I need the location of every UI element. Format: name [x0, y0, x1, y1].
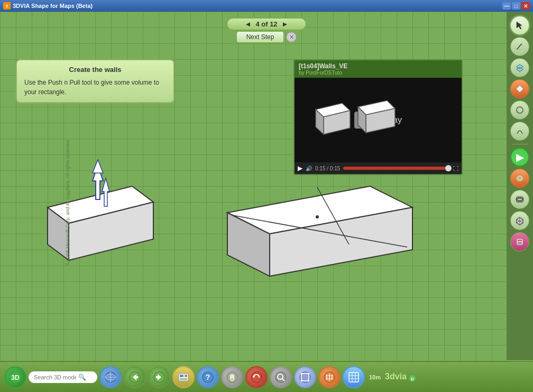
next-step-arrow[interactable]: ►	[282, 20, 289, 28]
help-button[interactable]: ?	[197, 366, 219, 388]
video-screen[interactable]: ↺ Replay	[295, 78, 462, 162]
svg-marker-23	[517, 67, 523, 71]
box3d-button[interactable]	[510, 211, 529, 230]
pencil-tool-button[interactable]	[510, 37, 529, 56]
window-title: 3DVIA Shape for Maps (Beta)	[13, 3, 93, 9]
time-display: 0:15 / 0:15	[315, 166, 340, 171]
svg-text:D: D	[411, 377, 414, 381]
rotate-button[interactable]	[245, 366, 268, 388]
grid-button[interactable]	[343, 366, 365, 388]
instruction-title: Create the walls	[24, 66, 166, 74]
video-play-button[interactable]: ▶	[298, 165, 302, 172]
svg-point-55	[227, 372, 237, 382]
progress-thumb	[445, 165, 452, 171]
toolbar-separator	[512, 144, 528, 144]
titlebar: 3 3DVIA Shape for Maps (Beta) — □ ✕	[0, 0, 533, 12]
prev-step-arrow[interactable]: ◄	[245, 20, 252, 28]
brand-logo: 3dvia D	[385, 370, 417, 384]
gallery-button[interactable]	[172, 366, 195, 388]
progress-fill	[343, 167, 450, 170]
video-controls: ▶ 🔊 0:15 / 0:15 ⛶	[295, 162, 462, 174]
video-subtitle: by PostForDSTuto	[299, 70, 457, 76]
hand-tool-button[interactable]	[221, 366, 243, 388]
svg-rect-52	[180, 378, 187, 380]
step-counter: ◄ 4 of 12 ►	[227, 18, 306, 30]
svg-text:3dvia: 3dvia	[385, 372, 407, 381]
network-button[interactable]	[99, 366, 122, 388]
paint-button[interactable]	[510, 232, 529, 251]
svg-rect-38	[518, 240, 522, 241]
circle-tool-button[interactable]	[510, 101, 529, 120]
main-area: ◄ 4 of 12 ► Next Step ✕ Create the walls…	[0, 12, 533, 392]
arc-tool-button[interactable]	[510, 122, 529, 141]
maximize-button[interactable]: □	[512, 2, 520, 10]
titlebar-left: 3 3DVIA Shape for Maps (Beta)	[3, 2, 93, 10]
svg-marker-24	[516, 85, 523, 93]
play-icon: ▶	[516, 151, 524, 163]
zoom-button[interactable]	[270, 366, 292, 388]
svg-point-25	[517, 107, 523, 113]
right-toolbar: ▶	[507, 12, 533, 360]
titlebar-controls: — □ ✕	[502, 2, 530, 10]
select-tool-button[interactable]	[510, 16, 529, 35]
close-window-button[interactable]: ✕	[521, 2, 530, 10]
progress-bar[interactable]	[343, 167, 450, 170]
orbit-button[interactable]	[510, 190, 529, 209]
map-button[interactable]	[318, 366, 341, 388]
next-step-row: Next Step ✕	[236, 31, 297, 43]
scale-indicator: 10m	[369, 374, 381, 380]
video-panel: [t1s04]Walls_VE by PostForDSTuto ↺ Repla…	[293, 59, 463, 175]
step-navigation: ◄ 4 of 12 ► Next Step ✕	[227, 18, 306, 43]
logo-button[interactable]: 3D	[4, 366, 26, 388]
instruction-panel: Create the walls Use the Push n Pull too…	[16, 59, 174, 103]
video-title: [t1s04]Walls_VE	[299, 62, 457, 70]
svg-rect-37	[517, 239, 523, 245]
svg-line-21	[517, 49, 517, 50]
forward-button[interactable]	[148, 366, 170, 388]
back-button[interactable]	[124, 366, 146, 388]
svg-rect-39	[518, 242, 522, 244]
svg-rect-77	[349, 372, 359, 382]
svg-marker-18	[517, 22, 522, 29]
layer-tool-button[interactable]	[510, 58, 529, 77]
close-tutorial-button[interactable]: ✕	[286, 32, 297, 42]
minimize-button[interactable]: —	[502, 2, 511, 10]
expand-video-button[interactable]: ⛶	[453, 166, 458, 171]
bottom-toolbar: 3D 🔍	[0, 361, 533, 392]
copyright-text: © 2009 Microsoft Corp. and its suppliers…	[65, 139, 70, 265]
app-icon: 3	[3, 2, 11, 10]
step-label: 4 of 12	[255, 20, 277, 28]
svg-line-19	[517, 44, 521, 49]
play-button[interactable]: ▶	[510, 148, 529, 167]
search-input[interactable]	[34, 374, 76, 380]
extent-button[interactable]	[294, 366, 316, 388]
svg-rect-51	[185, 375, 187, 377]
search-bar: 🔍	[29, 371, 97, 383]
svg-text:3D: 3D	[11, 374, 20, 381]
svg-rect-50	[180, 375, 183, 377]
search-icon: 🔍	[78, 373, 86, 381]
svg-text:?: ?	[206, 373, 210, 381]
next-step-button[interactable]: Next Step	[236, 31, 284, 43]
video-header: [t1s04]Walls_VE by PostForDSTuto	[295, 60, 462, 78]
instruction-body: Use the Push n Pull tool to give some vo…	[24, 78, 166, 97]
svg-marker-22	[517, 65, 523, 69]
svg-marker-20	[521, 44, 522, 45]
shape-tool-button[interactable]	[510, 79, 529, 98]
3d-cube-button[interactable]	[510, 169, 529, 188]
volume-icon[interactable]: 🔊	[306, 166, 312, 171]
